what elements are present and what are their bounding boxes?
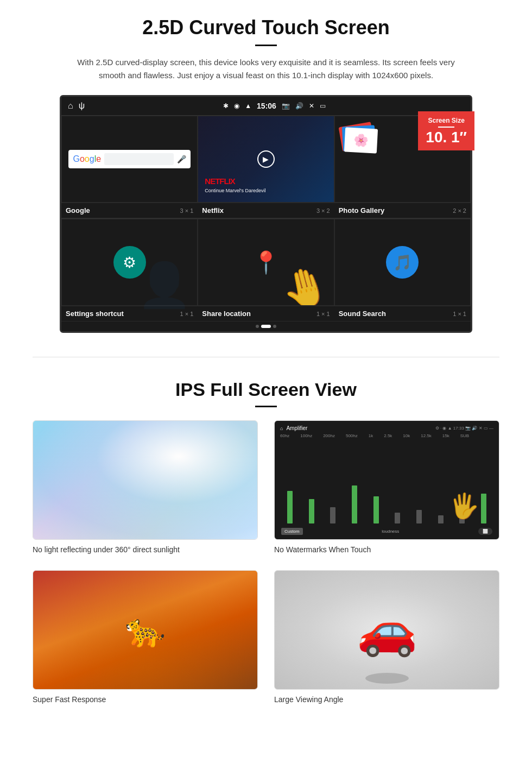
status-bar: ⌂ ψ ✱ ◉ ▲ 15:06 📷 🔊 ✕ ▭ xyxy=(61,97,471,115)
share-content: 📍 🤚 xyxy=(198,219,333,305)
amp-toggle[interactable]: ⬜ xyxy=(478,528,492,535)
sound-search-widget[interactable]: 🎵 xyxy=(334,219,471,306)
amp-eq-area: 🖐 xyxy=(278,439,496,526)
car-shadow xyxy=(365,673,409,684)
netflix-logo: NETFLIX xyxy=(205,176,235,186)
amp-loudness-label: loudness xyxy=(382,529,399,534)
paging-dot-1[interactable] xyxy=(256,325,259,328)
google-mic-icon[interactable]: 🎤 xyxy=(177,155,186,163)
camera-icon: 📷 xyxy=(282,102,290,110)
netflix-play-button[interactable]: ▶ xyxy=(257,150,275,168)
share-location-app-name: Share location xyxy=(202,310,251,318)
feature-image-sunlight xyxy=(33,420,258,540)
volume-icon: 🔊 xyxy=(295,102,303,110)
google-widget[interactable]: Google 🎤 xyxy=(61,116,198,203)
feature-sunlight: No light reflecting under 360° direct su… xyxy=(33,420,258,554)
settings-bg-ghost: 👤 xyxy=(137,260,192,311)
eq-bar-2 xyxy=(302,499,321,523)
device-screen: ⌂ ψ ✱ ◉ ▲ 15:06 📷 🔊 ✕ ▭ xyxy=(60,95,472,333)
eq-bar-fill xyxy=(352,485,357,523)
eq-bar-fill xyxy=(481,494,486,523)
netflix-bg: ▶ NETFLIX Continue Marvel's Daredevil xyxy=(198,116,333,202)
eq-bar-3 xyxy=(323,507,343,523)
google-search-bar-container[interactable]: Google 🎤 xyxy=(68,150,190,168)
eq-bar-8 xyxy=(431,515,451,523)
sunlight-rays xyxy=(33,421,257,539)
eq-bar-fill xyxy=(395,513,400,523)
netflix-app-name: Netflix xyxy=(202,206,224,215)
share-location-label-row: Share location 1 × 1 xyxy=(198,306,334,321)
feature-car: 🚗 Large Viewing Angle xyxy=(274,570,499,704)
section2-title: IPS Full Screen View xyxy=(33,379,499,400)
settings-app-name: Settings shortcut xyxy=(66,310,124,318)
share-location-app-size: 1 × 1 xyxy=(316,311,330,317)
app-cell-share-location[interactable]: 📍 🤚 Share location 1 × 1 xyxy=(198,219,334,321)
eq-bar-4 xyxy=(345,485,364,523)
hand-pointer-icon: 🤚 xyxy=(276,261,333,305)
google-logo: Google xyxy=(73,154,101,164)
feature-cheetah: 🐆 Super Fast Response xyxy=(33,570,258,704)
settings-gear-icon[interactable]: ⚙ xyxy=(113,246,146,279)
settings-app-size: 1 × 1 xyxy=(180,311,194,317)
app-cell-google[interactable]: Google 🎤 Google 3 × 1 xyxy=(61,116,198,218)
settings-widget[interactable]: ⚙ 👤 xyxy=(61,219,198,306)
amp-freq-labels: 60hz100hz200hz500hz1k2.5k10k12.5k15kSUB xyxy=(278,433,496,438)
feature-image-cheetah: 🐆 xyxy=(33,570,258,690)
title-divider xyxy=(255,45,277,46)
device-mockup: ⌂ ψ ✱ ◉ ▲ 15:06 📷 🔊 ✕ ▭ xyxy=(60,95,472,333)
photo-gallery-app-name: Photo Gallery xyxy=(339,206,385,215)
feature-image-amplifier: ⌂ Amplifier ⚙ · ◉ ▲ 17:33 📷 🔊 ✕ ▭ — 60hz… xyxy=(274,420,499,540)
paging-dot-2[interactable] xyxy=(261,325,271,328)
section-curved-screen: 2.5D Curved Touch Screen With 2.5D curve… xyxy=(0,0,532,346)
amp-title: Amplifier xyxy=(286,425,307,431)
section1-description: With 2.5D curved-display screen, this de… xyxy=(76,56,456,82)
amp-bottom: Custom loudness ⬜ xyxy=(278,527,496,536)
sunlight-caption: No light reflecting under 360° direct su… xyxy=(33,545,258,554)
photo-gallery-label-row: Photo Gallery 2 × 2 xyxy=(334,203,471,218)
sound-search-label-row: Sound Search 1 × 1 xyxy=(334,306,471,321)
photo-gallery-app-size: 2 × 2 xyxy=(453,207,466,214)
google-label-row: Google 3 × 1 xyxy=(61,203,198,218)
google-search-input[interactable] xyxy=(104,153,174,165)
app-cell-sound-search[interactable]: 🎵 Sound Search 1 × 1 xyxy=(334,219,471,321)
amp-header: ⌂ Amplifier ⚙ · ◉ ▲ 17:33 📷 🔊 ✕ ▭ — xyxy=(278,424,496,432)
sound-search-app-size: 1 × 1 xyxy=(453,311,466,317)
screen-size-badge: Screen Size 10. 1″ xyxy=(418,111,474,150)
feature-amplifier: ⌂ Amplifier ⚙ · ◉ ▲ 17:33 📷 🔊 ✕ ▭ — 60hz… xyxy=(274,420,499,554)
sound-content: 🎵 xyxy=(335,219,470,305)
eq-bar-fill xyxy=(438,515,444,523)
close-icon[interactable]: ✕ xyxy=(309,102,314,110)
sound-search-app-name: Sound Search xyxy=(339,310,386,318)
wifi-icon: ▲ xyxy=(245,102,251,110)
ips-title-divider xyxy=(255,406,277,407)
car-top-view: 🚗 xyxy=(357,605,417,654)
amp-icons: ⚙ · ◉ ▲ 17:33 📷 🔊 ✕ ▭ — xyxy=(435,426,493,431)
home-icon[interactable]: ⌂ xyxy=(68,101,73,111)
car-icon: 🚗 xyxy=(357,605,417,654)
gps-icon: ◉ xyxy=(234,102,239,110)
badge-divider xyxy=(438,127,454,128)
app-cell-settings[interactable]: ⚙ 👤 Settings shortcut 1 × 1 xyxy=(61,219,198,321)
eq-bar-6 xyxy=(388,513,408,523)
feature-image-car: 🚗 xyxy=(274,570,499,690)
netflix-widget[interactable]: ▶ NETFLIX Continue Marvel's Daredevil xyxy=(198,116,334,203)
cheetah-icon: 🐆 xyxy=(125,611,166,649)
screen-size-badge-size: 10. 1″ xyxy=(426,130,467,145)
google-app-size: 3 × 1 xyxy=(180,207,194,214)
eq-bar-1 xyxy=(280,491,300,523)
music-note-icon[interactable]: 🎵 xyxy=(386,246,419,279)
usb-icon: ψ xyxy=(79,101,85,111)
google-maps-icon[interactable]: 📍 xyxy=(252,250,280,275)
window-icon[interactable]: ▭ xyxy=(320,102,326,110)
eq-bar-5 xyxy=(366,496,386,523)
paging-dot-3[interactable] xyxy=(273,325,276,328)
netflix-app-size: 3 × 2 xyxy=(316,207,330,214)
share-location-widget[interactable]: 📍 🤚 xyxy=(198,219,334,306)
amplifier-image: ⌂ Amplifier ⚙ · ◉ ▲ 17:33 📷 🔊 ✕ ▭ — 60hz… xyxy=(275,421,499,539)
status-time: 15:06 xyxy=(257,102,276,110)
app-cell-netflix[interactable]: ▶ NETFLIX Continue Marvel's Daredevil Ne… xyxy=(198,116,334,218)
settings-content: ⚙ 👤 xyxy=(62,219,197,305)
amp-home-icon: ⌂ xyxy=(280,426,283,431)
amp-custom-btn[interactable]: Custom xyxy=(281,528,303,535)
app-grid-top: Google 🎤 Google 3 × 1 xyxy=(61,115,471,218)
